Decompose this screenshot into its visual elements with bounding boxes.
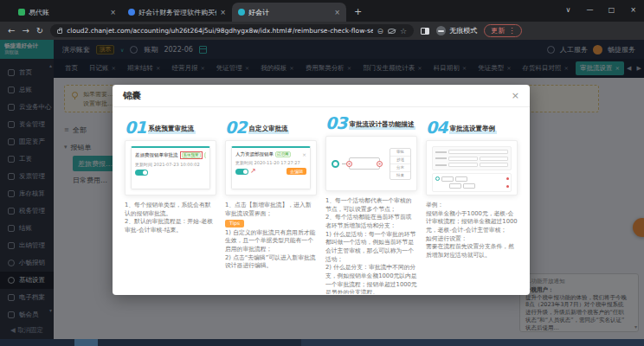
mini-card-title: 差旅费报销单审批流 — [135, 152, 178, 158]
os-taskbar[interactable] — [0, 339, 644, 346]
step-4-description: 举例： 报销单金额小于1000元，老板-会计审核流程；报销单金额超过1000元，… — [426, 202, 518, 260]
zoom-out-icon[interactable]: ⊖ — [377, 27, 384, 35]
step-3-description: 1、每一个活动都代表一个审核的节点，可以设置多个节点； 2、每个活动都能在当前环… — [325, 197, 417, 294]
form-label-bar — [435, 157, 447, 159]
guide-step-2: 02 自定义审批流 人力资源部报销单 已启用 × 更新时间 2020-11-20… — [225, 116, 317, 291]
enabled-badge: 启用 — [204, 152, 207, 158]
desc-line: 1、每个报销单类型，系统会有默认的报销审批流。 — [125, 202, 216, 218]
activity-node: + + — [349, 157, 380, 170]
desc-line: 2、每个活动都能在当前环节前或者环节后增加活动和分支： — [325, 214, 417, 230]
modal-header: 锦囊 × — [113, 85, 530, 107]
branch-flow-diagram — [432, 173, 512, 192]
modal-body: 01 系统预置审批流 差旅费报销单审批流 系统预置 启用 更新时间 2021-0… — [113, 107, 530, 294]
browser-tab-haokuaiji-active[interactable]: 好会计 × — [232, 3, 346, 22]
tab-search-icon[interactable]: ∨ — [557, 0, 579, 22]
desc-line: 1) 自定义的审批流只有启用后才能生效，且一个单据类型只能有一个启用的审批流程； — [225, 229, 317, 254]
taskbar-active-app-segment[interactable] — [74, 339, 98, 346]
panel-item: 结束 — [390, 172, 410, 179]
forward-icon[interactable]: → — [22, 27, 29, 35]
window-minimize-button[interactable]: — — [579, 0, 601, 22]
guide-step-4: 04 审批流设置举例 — [426, 116, 518, 291]
desc-line: 如何进行设置： — [426, 235, 518, 244]
window-close-button[interactable]: × — [622, 0, 644, 22]
enable-toggle — [235, 169, 248, 175]
browser-tab-yidaizhang[interactable]: 易代账 × — [12, 3, 122, 22]
step-title: 系统预置审批流 — [148, 125, 196, 134]
tab-close-icon[interactable]: × — [334, 9, 340, 16]
mini-card-title: 人力资源部报销单 — [235, 151, 274, 157]
flow-node — [455, 176, 467, 182]
desc-line: 举例： — [426, 202, 518, 210]
split-screen-icon[interactable] — [421, 28, 429, 35]
form-label-bar — [435, 151, 447, 153]
mini-card-updated-time: 更新时间 2020-11-20 17:27:27 — [235, 160, 306, 165]
tab-title: 易代账 — [29, 8, 106, 17]
favicon-haokuaiji-price — [128, 9, 135, 16]
window-restore-button[interactable]: □ — [601, 0, 622, 22]
step-2-description: 1、点击【新增审批流】，进入新审批流设置界面； Tips 1) 自定义的审批流只… — [225, 202, 317, 271]
browser-toolbar: ← → ↻ cloud2.chanjet.com/accounting/uh26… — [0, 22, 644, 40]
guide-step-1: 01 系统预置审批流 差旅费报销单审批流 系统预置 启用 更新时间 2021-0… — [125, 116, 216, 291]
red-pointer-arrow-icon: ↗ — [250, 170, 256, 173]
flow-start-icon — [435, 176, 440, 181]
mini-flow-card: 差旅费报销单审批流 系统预置 启用 更新时间 2021-07-23 10:00:… — [131, 146, 210, 189]
step-number: 04 — [426, 120, 447, 134]
tab-close-icon[interactable]: × — [220, 9, 226, 16]
enabled-badge: 已启用 — [275, 151, 291, 157]
more-menu-icon[interactable]: ⋮ — [508, 27, 515, 35]
step-number: 01 — [125, 120, 145, 134]
step-heading: 04 审批流设置举例 — [426, 116, 518, 134]
screen: 易代账 × 好会计财务管理软件购买价格页 × 好会计 × + ∨ — □ × ←… — [0, 0, 644, 346]
step-1-screenshot: 差旅费报销单审批流 系统预置 启用 更新时间 2021-07-23 10:00:… — [125, 140, 216, 195]
new-tab-button[interactable]: + — [354, 3, 362, 22]
form-label-bar — [435, 164, 447, 166]
tips-modal: 锦囊 × 01 系统预置审批流 差旅费报销单审批流 系统预置 — [113, 85, 530, 295]
step-2-screenshot: 人力资源部报销单 已启用 × 更新时间 2020-11-20 17:27:27 … — [225, 140, 317, 195]
flow-designer-canvas: + + 审批 抄送 分支 结束 — [332, 142, 411, 185]
browser-tab-haokuaiji-price[interactable]: 好会计财务管理软件购买价格页 × — [122, 3, 232, 22]
step-title: 自定义审批流 — [248, 125, 289, 134]
panel-item: 抄送 — [390, 157, 410, 164]
desc-line: 1、点击【新增审批流】，进入新审批流设置界面； — [225, 202, 317, 218]
desc-line: 2) 点击“去编辑”可以进入新审批流设计器进行编辑。 — [225, 254, 317, 271]
address-bar[interactable]: cloud2.chanjet.com/accounting/uh26t264j5… — [50, 24, 414, 37]
taskbar-segment — [301, 339, 644, 346]
modal-close-icon[interactable]: × — [512, 90, 519, 101]
flow-node — [463, 183, 475, 189]
browser-update-button[interactable]: 更新 ⋮ — [484, 24, 522, 37]
reload-icon[interactable]: ↻ — [36, 27, 43, 35]
preset-badge: 系统预置 — [182, 152, 201, 158]
add-after-icon: + — [377, 161, 383, 167]
form-input — [448, 163, 478, 167]
tips-badge: Tips — [225, 220, 244, 227]
browser-tab-strip: 易代账 × 好会计财务管理软件购买价格页 × 好会计 × + ∨ — □ × — [0, 0, 644, 22]
mini-card-updated-time: 更新时间 2021-07-23 10:00:02 — [135, 162, 206, 167]
step-heading: 03 审批流设计器功能描述 — [325, 116, 417, 130]
step-heading: 01 系统预置审批流 — [125, 116, 216, 134]
url-text[interactable]: cloud2.chanjet.com/accounting/uh26t264j5… — [67, 27, 372, 35]
highlight-red-box: 系统预置 — [180, 151, 203, 159]
back-icon[interactable]: ← — [8, 27, 15, 35]
condition-form — [432, 146, 512, 170]
edit-button: 去编辑 — [287, 168, 306, 175]
step-heading: 02 自定义审批流 — [225, 116, 317, 134]
tab-close-icon[interactable]: × — [110, 9, 116, 16]
desc-line: 需要在流程前先设置分支条件，然后增加对应活动就可以。 — [426, 243, 518, 260]
step-title: 审批流设计器功能描述 — [349, 120, 415, 130]
mini-flow-card: 人力资源部报销单 已启用 × 更新时间 2020-11-20 17:27:27 … — [231, 146, 311, 189]
desc-line: 2) 什么是分支：审批流中不同的分支，例如报销单金额1000元以内是一个审批流程… — [325, 264, 417, 294]
lock-icon — [57, 29, 62, 34]
bookmark-star-icon[interactable]: ☆ — [400, 27, 407, 35]
favicon-yidaizhang — [18, 9, 25, 16]
form-input — [448, 150, 508, 154]
desc-line: 1) 什么是活动：每一个审批的环节都叫做一个活动，例如当前环节是会计主管审核，那… — [325, 231, 417, 265]
step-3-screenshot: + + 审批 抄送 分支 结束 — [325, 136, 417, 191]
panel-item: 分支 — [390, 164, 410, 172]
flow-node — [449, 183, 461, 189]
guide-step-3: 03 审批流设计器功能描述 + + 审批 — [325, 116, 417, 291]
step-number: 03 — [325, 116, 346, 130]
branch-marker-dot — [506, 185, 509, 188]
window-controls: ∨ — □ × — [557, 0, 644, 22]
tab-title: 好会计财务管理软件购买价格页 — [138, 8, 216, 17]
eye-off-icon[interactable] — [388, 29, 396, 34]
